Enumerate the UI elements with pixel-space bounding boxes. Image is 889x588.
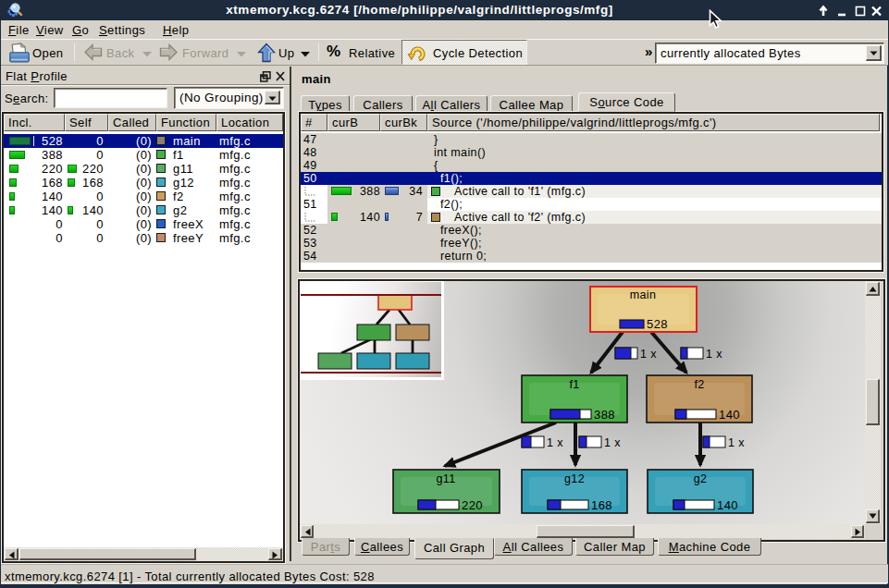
svg-text:g11: g11	[436, 472, 455, 485]
svg-text:1 x: 1 x	[604, 436, 621, 449]
svg-text:f2: f2	[694, 378, 704, 391]
svg-text:1 x: 1 x	[728, 436, 745, 449]
svg-text:528: 528	[647, 317, 668, 331]
svg-text:1 x: 1 x	[706, 348, 722, 361]
svg-text:g2: g2	[694, 472, 708, 485]
svg-text:168: 168	[591, 498, 612, 512]
svg-text:220: 220	[462, 498, 483, 512]
svg-text:g12: g12	[564, 472, 585, 485]
svg-text:388: 388	[594, 408, 615, 422]
svg-text:1 x: 1 x	[640, 348, 657, 361]
svg-text:main: main	[630, 288, 657, 301]
svg-text:1 x: 1 x	[547, 436, 563, 449]
svg-text:140: 140	[719, 408, 740, 422]
svg-text:f1: f1	[569, 378, 579, 391]
svg-text:140: 140	[717, 498, 738, 512]
